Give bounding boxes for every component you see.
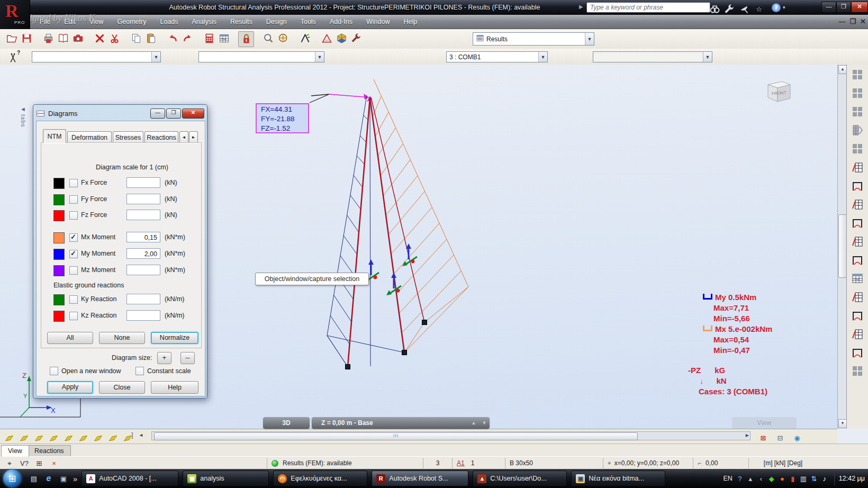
taskbar-analysis[interactable]: ▦ analysis bbox=[183, 471, 269, 486]
communication-wrench-icon[interactable] bbox=[722, 2, 737, 16]
zoom-window-icon[interactable] bbox=[261, 31, 276, 46]
hscroll-thumb[interactable]: III bbox=[154, 432, 638, 440]
delete-icon[interactable] bbox=[92, 31, 107, 46]
menu-tools[interactable]: Tools bbox=[294, 15, 323, 29]
combo-arrow[interactable]: ▼ bbox=[703, 52, 712, 62]
view-cube[interactable]: FRONT bbox=[764, 77, 793, 104]
print-icon[interactable] bbox=[41, 31, 56, 46]
frame-stress-icon[interactable] bbox=[848, 233, 866, 250]
mz-moment-checkbox[interactable] bbox=[69, 266, 78, 275]
combo-arrow[interactable]: ▼ bbox=[151, 52, 160, 62]
clock[interactable]: 12:42 μμ bbox=[839, 475, 865, 482]
clip-view-icon[interactable]: ⊠ bbox=[756, 430, 771, 445]
constant-scale-option[interactable]: Constant scale bbox=[135, 367, 191, 375]
diagram-bars-icon[interactable] bbox=[848, 288, 866, 305]
pan-lock-icon[interactable]: ⊟ bbox=[773, 430, 788, 445]
ky-reaction-checkbox[interactable] bbox=[69, 295, 78, 304]
minimize-button[interactable]: — bbox=[821, 2, 836, 13]
results-lock-icon[interactable] bbox=[238, 31, 254, 47]
vertical-scrollbar[interactable]: ▲ ▼ bbox=[837, 65, 846, 429]
tab-reactions[interactable]: Reactions bbox=[144, 131, 178, 143]
help-tray-icon[interactable]: ? bbox=[735, 473, 745, 484]
horizontal-scrollbar[interactable]: III ▶ bbox=[151, 431, 751, 440]
network-icon[interactable]: ⇅ bbox=[809, 473, 819, 484]
updater-icon[interactable]: ● bbox=[777, 473, 788, 484]
fx-scale-input[interactable] bbox=[126, 177, 160, 188]
frame-shear-icon[interactable] bbox=[848, 214, 866, 231]
taskbar-firefox[interactable]: ◠ Εφελκυόμενες κα... bbox=[273, 471, 367, 486]
ky-scale-input[interactable] bbox=[126, 294, 160, 304]
apply-button[interactable]: Apply bbox=[47, 381, 93, 394]
model-3d-icon[interactable] bbox=[848, 363, 866, 379]
vscroll-thumb[interactable] bbox=[838, 214, 847, 278]
view-button[interactable]: View bbox=[732, 417, 797, 429]
snap-settings-icon[interactable]: ⌖ bbox=[2, 456, 17, 471]
dialog-minimize-button[interactable]: — bbox=[150, 109, 165, 119]
layout-selector-combo[interactable]: Results ▼ bbox=[473, 32, 594, 46]
paste-icon[interactable] bbox=[143, 31, 158, 46]
fz-scale-input[interactable] bbox=[126, 210, 160, 220]
size-decrease-button[interactable]: -- bbox=[180, 352, 195, 364]
communication-center-icon[interactable] bbox=[737, 2, 752, 16]
results-table-icon[interactable] bbox=[848, 270, 866, 287]
screen-capture-icon[interactable] bbox=[70, 31, 85, 46]
copy-icon[interactable] bbox=[129, 31, 143, 46]
dialog-close-button[interactable]: ✕ bbox=[182, 109, 204, 119]
grid-select-icon[interactable] bbox=[848, 122, 866, 139]
volume-icon[interactable]: ♪ bbox=[819, 473, 830, 484]
favorites-star-icon[interactable]: ☆ bbox=[752, 2, 766, 16]
kz-reaction-checkbox[interactable] bbox=[69, 312, 78, 320]
vscroll-up-arrow[interactable]: ▲ bbox=[838, 65, 847, 74]
mode-combo[interactable]: ▼ bbox=[593, 51, 712, 62]
measure-icon[interactable] bbox=[319, 31, 334, 46]
size-increase-button[interactable]: + bbox=[157, 352, 171, 364]
fx-force-checkbox[interactable] bbox=[69, 179, 78, 187]
kz-scale-input[interactable] bbox=[126, 310, 160, 321]
diagrams-dialog[interactable]: Diagrams — ❐ ✕ NTM Deformation Stresses … bbox=[33, 104, 207, 399]
member-select-icon[interactable] bbox=[297, 31, 312, 46]
search-expand-arrow[interactable]: ▶ bbox=[579, 4, 583, 10]
print-preview-icon[interactable] bbox=[56, 31, 70, 46]
fy-force-checkbox[interactable] bbox=[69, 195, 78, 204]
tab-stresses[interactable]: Stresses bbox=[113, 131, 143, 143]
open-new-window-option[interactable]: Open a new window bbox=[50, 367, 121, 375]
close-button[interactable]: ✕ bbox=[851, 2, 868, 13]
no-snap-icon[interactable]: × bbox=[47, 456, 61, 471]
show-desktop-icon[interactable]: ▤ bbox=[26, 471, 41, 486]
calculation-report-icon[interactable] bbox=[216, 31, 231, 46]
side-panel-tab[interactable]: ◄ tabs bbox=[20, 106, 26, 128]
displacement-icon[interactable] bbox=[848, 326, 866, 342]
normalize-button[interactable]: Normalize bbox=[151, 332, 198, 344]
taskbar-robot[interactable]: R Autodesk Robot S... bbox=[372, 471, 468, 486]
cut-icon[interactable] bbox=[107, 31, 122, 46]
menu-help[interactable]: Help bbox=[396, 15, 424, 29]
mdi-restore-icon[interactable]: ❐ bbox=[849, 17, 856, 25]
node-selection-icon[interactable] bbox=[5, 50, 20, 65]
bar-selection-combo[interactable]: ▼ bbox=[198, 51, 324, 62]
level-down-icon[interactable]: ▼ bbox=[479, 417, 490, 429]
taskbar-autocad[interactable]: A AutoCAD 2008 - [... bbox=[82, 471, 178, 486]
tab-ntm[interactable]: NTM bbox=[43, 129, 66, 143]
window-switcher-icon[interactable]: ▣ bbox=[56, 471, 71, 486]
antivirus-icon[interactable]: ◆ bbox=[766, 473, 777, 484]
grid-step-icon[interactable]: ⊞ bbox=[32, 456, 47, 471]
dialog-title-bar[interactable]: Diagrams — ❐ ✕ bbox=[36, 107, 205, 120]
tab-scroll-right-icon[interactable]: ► bbox=[189, 131, 198, 143]
taskbar-bitmap[interactable]: ▣ Νέα εικόνα bitma... bbox=[571, 471, 665, 486]
fz-force-checkbox[interactable] bbox=[69, 211, 78, 220]
calculations-icon[interactable] bbox=[202, 31, 216, 46]
keyboard-layout-indicator[interactable]: EN bbox=[723, 475, 732, 482]
reactions-display-icon[interactable] bbox=[848, 307, 866, 324]
combo-arrow[interactable]: ▼ bbox=[315, 52, 324, 62]
building-view-icon[interactable] bbox=[848, 85, 866, 102]
taskbar-explorer-path[interactable]: ▲ C:\Users\user\Do... bbox=[473, 471, 567, 486]
mz-scale-input[interactable] bbox=[126, 265, 160, 275]
view-mode-3d-button[interactable]: 3D bbox=[263, 417, 310, 429]
frame-deflection-icon[interactable] bbox=[848, 177, 866, 194]
menu-design[interactable]: Design bbox=[259, 15, 294, 29]
close-dialog-button[interactable]: Close bbox=[99, 381, 145, 394]
undo-icon[interactable] bbox=[165, 31, 180, 46]
level-selector[interactable]: Z = 0,00 m - Base ▲▼ bbox=[312, 417, 490, 429]
none-button[interactable]: None bbox=[99, 332, 145, 344]
frame-moment-icon[interactable] bbox=[848, 196, 866, 213]
